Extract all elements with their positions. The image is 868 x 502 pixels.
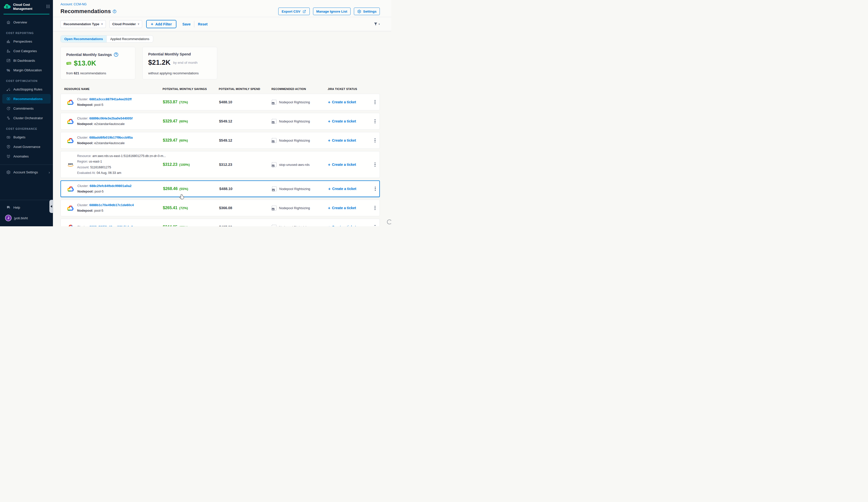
avatar: J — [5, 215, 12, 221]
resource-value: 04 Aug, 06:33 am — [96, 171, 121, 175]
chevron-down-icon: ▾ — [138, 22, 140, 26]
sidebar-item-label: Account Settings — [13, 170, 38, 174]
spend-cell: $427.09 — [219, 225, 272, 226]
page-title: Recommendations — [61, 8, 111, 14]
row-menu-button[interactable] — [370, 98, 380, 106]
resource-value: pool-5 — [94, 209, 103, 212]
column-header: POTENTIAL MONTHLY SAVINGS — [163, 87, 219, 91]
table-row[interactable]: Cluster: 6888b1c70e49db17c1de60c4Nodepoo… — [61, 200, 380, 216]
table-row[interactable]: Cluster: 688add6fb019b17f9bccb95aNodepoo… — [61, 132, 380, 149]
sidebar-item-perspectives[interactable]: Perspectives — [0, 36, 53, 46]
resource-cell: aws Resource: arn:aws:rds:us-east-1:5116… — [61, 154, 163, 176]
nav-section-label: COST OPTIMIZATION — [0, 75, 53, 84]
column-header: JIRA TICKET STATUS — [328, 87, 370, 91]
sidebar-item-anomalies[interactable]: Anomalies — [0, 151, 53, 161]
reset-filter-button[interactable]: Reset — [198, 22, 207, 26]
dashboards-icon — [6, 58, 11, 63]
settings-button[interactable]: Settings — [354, 8, 380, 15]
page-header: Account: CCM-NG Recommendations Export C… — [53, 0, 391, 17]
create-ticket-button[interactable]: + Create a ticket — [328, 225, 370, 227]
row-menu-button[interactable] — [370, 205, 380, 212]
table-row[interactable]: aws Resource: arn:aws:rds:us-east-1:5116… — [61, 151, 380, 178]
sidebar: $ Cloud Cost Management OverviewCOST REP… — [0, 0, 53, 226]
resource-value: arn:aws:rds:us-east-1:511616801275:db:zn… — [92, 154, 166, 158]
resource-value: pool-5 — [94, 103, 103, 107]
row-menu-button[interactable] — [370, 185, 380, 192]
sidebar-item-commitments[interactable]: Commitments — [0, 104, 53, 113]
create-ticket-button[interactable]: + Create a ticket — [328, 163, 370, 167]
resource-value: pool-5 — [94, 189, 104, 193]
savings-cell: $268.46 (55%) — [163, 187, 219, 191]
create-ticket-button[interactable]: + Create a ticket — [328, 100, 370, 104]
create-ticket-button[interactable]: + Create a ticket — [328, 206, 370, 210]
resource-link[interactable]: 6888b1c70e49db17c1de60c4 — [89, 203, 134, 207]
row-menu-button[interactable] — [370, 137, 380, 144]
create-ticket-button[interactable]: + Create a ticket — [328, 119, 370, 124]
tab-applied-recommendations[interactable]: Applied Recommendations — [107, 35, 153, 42]
resource-detail-line: Cluster: 6881a3ccc887941a4ee202ff — [77, 97, 132, 101]
svg-text:$: $ — [6, 5, 8, 8]
resource-cell: Cluster: 6881a3ccc887941a4ee202ffNodepoo… — [61, 97, 163, 107]
filter-funnel-button[interactable]: ▾ — [373, 22, 380, 26]
content: Open RecommendationsApplied Recommendati… — [53, 31, 391, 226]
sidebar-item-asset-governance[interactable]: $ Asset Governance — [0, 142, 53, 151]
grid-dots-icon[interactable] — [46, 4, 50, 9]
resource-link[interactable]: 6886e92f59a48cad86b5b1c6 — [89, 225, 133, 226]
sidebar-item-autostopping-rules[interactable]: AutoStopping Rules — [0, 84, 53, 94]
table-row[interactable]: Cluster: 6886e92f59a48cad86b5b1c6 $244.0… — [61, 219, 380, 226]
resource-link[interactable]: 6881a3ccc887941a4ee202ff — [89, 97, 132, 101]
row-menu-button[interactable] — [370, 223, 380, 226]
recommendation-type-dropdown[interactable]: Recommendation Type▾ — [61, 20, 106, 28]
resource-link[interactable]: 688c2fefc84fbdc99801a0a2 — [90, 184, 131, 188]
table-row[interactable]: Cluster: 6881a3ccc887941a4ee202ffNodepoo… — [61, 94, 380, 111]
spend-cell: $549.12 — [219, 138, 272, 143]
sidebar-item-label: Budgets — [13, 135, 25, 139]
plus-icon: + — [328, 138, 330, 143]
breadcrumb[interactable]: Account: CCM-NG — [61, 2, 380, 6]
resource-detail-line: Nodepool: pool-5 — [78, 189, 132, 194]
chevron-down-icon: ▾ — [101, 22, 103, 26]
add-filter-button[interactable]: + Add Filter — [146, 20, 176, 28]
home-icon — [6, 20, 11, 24]
save-filter-button[interactable]: Save — [183, 22, 191, 26]
resource-link[interactable]: 688add6fb019b17f9bccb95a — [89, 136, 133, 139]
row-menu-button[interactable] — [370, 161, 380, 168]
support-chat-icon[interactable] — [386, 219, 391, 226]
user-menu[interactable]: J jyoti.bisht — [0, 212, 53, 224]
sidebar-item-overview[interactable]: Overview — [0, 18, 53, 27]
svg-text:aws: aws — [68, 162, 73, 165]
sidebar-nav: OverviewCOST REPORTING Perspectives Cost… — [0, 14, 53, 161]
sidebar-collapse-handle[interactable] — [49, 200, 53, 213]
tab-open-recommendations[interactable]: Open Recommendations — [61, 35, 107, 42]
manage-ignore-list-button[interactable]: Manage Ignore List — [313, 8, 351, 15]
sidebar-item-recommendations[interactable]: Recommendations — [2, 94, 51, 104]
savings-value: $13.0K — [74, 60, 96, 67]
export-csv-button[interactable]: Export CSV — [278, 8, 310, 15]
sidebar-item-cost-categories[interactable]: Cost Categories — [0, 46, 53, 56]
create-ticket-button[interactable]: + Create a ticket — [328, 138, 370, 143]
question-circle-icon[interactable] — [114, 52, 118, 57]
cloud-provider-dropdown[interactable]: Cloud Provider▾ — [110, 20, 142, 28]
sidebar-divider — [0, 200, 53, 200]
savings-note: from 621 recommendations — [66, 71, 130, 75]
sidebar-item-margin-obfuscation[interactable]: % Margin Obfuscation — [0, 65, 53, 75]
resource-detail-line: Region: us-east-1 — [77, 159, 166, 164]
info-icon[interactable] — [113, 10, 116, 13]
savings-card: Potential Monthly Savings — [61, 47, 135, 80]
resource-detail-line: Cluster: 68898c064e3e2ba0e544005f — [77, 116, 133, 121]
recommended-action-cell: Nodepool Rightsizing — [272, 187, 328, 191]
sidebar-item-account-settings[interactable]: Account Settings › — [0, 167, 53, 177]
plus-icon: + — [328, 100, 330, 104]
header-actions: Export CSVManage Ignore ListSettings — [278, 8, 380, 15]
resource-link[interactable]: 68898c064e3e2ba0e544005f — [89, 116, 132, 120]
create-ticket-button[interactable]: + Create a ticket — [328, 187, 370, 191]
sidebar-item-budgets[interactable]: Budgets — [0, 132, 53, 142]
table-row[interactable]: Cluster: 688c2fefc84fbdc99801a0a2Nodepoo… — [61, 180, 380, 197]
sidebar-item-help[interactable]: ? Help — [0, 202, 53, 212]
sidebar-item-cluster-orchestrator[interactable]: Cluster Orchestrator — [0, 113, 53, 123]
sidebar-item-bi-dashboards[interactable]: BI Dashboards — [0, 56, 53, 65]
resource-detail-line: Nodepool: e2standar4autoscale — [77, 141, 133, 145]
row-menu-button[interactable] — [370, 118, 380, 125]
resource-detail-line: Cluster: 6886e92f59a48cad86b5b1c6 — [77, 225, 133, 226]
table-row[interactable]: Cluster: 68898c064e3e2ba0e544005fNodepoo… — [61, 113, 380, 129]
